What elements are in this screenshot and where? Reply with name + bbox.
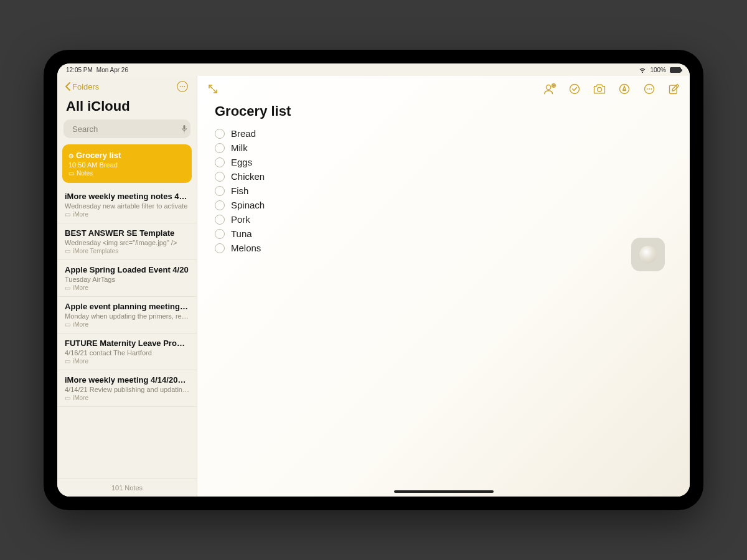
note-item-title: iMore weekly meeting 4/14/2021 not… — [65, 375, 189, 385]
battery-icon — [670, 67, 681, 73]
note-item-folder: ▭iMore — [65, 321, 189, 328]
pin-icon: ⊙ — [68, 152, 73, 159]
back-to-folders-button[interactable]: Folders — [65, 82, 99, 91]
status-time: 12:05 PM — [66, 67, 93, 73]
checkbox-icon[interactable] — [215, 129, 225, 139]
note-title[interactable]: Grocery list — [215, 103, 672, 119]
svg-point-1 — [180, 86, 181, 87]
note-item-folder: ▭iMore — [65, 394, 189, 401]
folder-icon: ▭ — [65, 394, 70, 401]
note-item-folder: ▭iMore Templates — [65, 248, 189, 254]
checklist-item-label: Spinach — [231, 200, 265, 210]
sidebar-more-button[interactable] — [176, 80, 189, 93]
checklist-item[interactable]: Bread — [215, 128, 672, 139]
folder-icon: ▭ — [65, 321, 70, 328]
note-item-folder: ▭iMore — [65, 211, 189, 218]
markup-icon[interactable] — [618, 82, 631, 96]
screen: 12:05 PM Mon Apr 26 100% Folders — [57, 63, 690, 497]
notes-list[interactable]: ⊙Grocery list10:50 AM Bread▭NotesiMore w… — [57, 144, 197, 478]
svg-point-11 — [598, 87, 602, 91]
notes-sidebar: Folders All iCloud ⊙Grocery list10:50 AM… — [57, 76, 197, 497]
notes-count: 101 Notes — [57, 478, 197, 497]
checklist-item[interactable]: Eggs — [215, 157, 672, 167]
note-item-subtitle: 10:50 AM Bread — [68, 161, 186, 169]
folder-icon: ▭ — [65, 211, 70, 218]
status-date: Mon Apr 26 — [96, 67, 128, 73]
ipad-frame: 12:05 PM Mon Apr 26 100% Folders — [44, 50, 703, 510]
note-item-subtitle: Wednesday new airtable filter to activat… — [65, 202, 189, 210]
svg-point-16 — [649, 88, 650, 90]
note-list-item[interactable]: iMore weekly meeting 4/14/2021 not…4/14/… — [57, 370, 197, 407]
svg-rect-6 — [184, 125, 186, 129]
checkbox-icon[interactable] — [215, 243, 225, 253]
checkbox-icon[interactable] — [215, 229, 225, 239]
checkbox-icon[interactable] — [215, 186, 225, 196]
search-input[interactable] — [72, 124, 177, 134]
checkbox-icon[interactable] — [215, 215, 225, 225]
note-body[interactable]: Grocery list BreadMilkEggsChickenFishSpi… — [197, 102, 690, 497]
folder-icon: ▭ — [65, 284, 70, 291]
assistive-touch-button[interactable] — [631, 238, 665, 271]
svg-point-15 — [647, 88, 648, 90]
note-item-folder: ▭iMore — [65, 358, 189, 365]
note-item-subtitle: Tuesday AirTags — [65, 276, 189, 283]
note-item-title: BEST ANSWER SE Template — [65, 228, 189, 238]
note-editor: Grocery list BreadMilkEggsChickenFishSpi… — [197, 76, 690, 497]
back-label: Folders — [72, 82, 99, 91]
note-list-item[interactable]: Apple event planning meeting notesMonday… — [57, 297, 197, 334]
checklist-item-label: Tuna — [231, 228, 252, 239]
note-item-subtitle: Wednesday <img src="/image.jpg" /> — [65, 239, 189, 246]
checkbox-icon[interactable] — [215, 157, 225, 167]
note-item-folder: ▭Notes — [68, 170, 186, 177]
checklist-item-label: Milk — [231, 142, 248, 153]
note-list-item[interactable]: FUTURE Maternity Leave Process a…4/16/21… — [57, 334, 197, 370]
svg-point-10 — [570, 85, 580, 94]
app-content: Folders All iCloud ⊙Grocery list10:50 AM… — [57, 76, 690, 497]
home-indicator[interactable] — [394, 490, 494, 493]
assistive-touch-dot-icon — [639, 246, 657, 263]
dictate-icon[interactable] — [181, 124, 188, 133]
checklist-item[interactable]: Melons — [215, 243, 672, 253]
expand-icon[interactable] — [206, 82, 220, 96]
folder-icon: ▭ — [65, 248, 70, 254]
compose-icon[interactable] — [667, 82, 681, 96]
checklist-item-label: Fish — [231, 185, 248, 196]
svg-point-17 — [651, 88, 652, 90]
collaborate-icon[interactable] — [543, 82, 557, 96]
checklist-item[interactable]: Milk — [215, 142, 672, 153]
note-list-item[interactable]: ⊙Grocery list10:50 AM Bread▭Notes — [62, 144, 192, 183]
note-item-title: FUTURE Maternity Leave Process a… — [65, 338, 189, 348]
folder-icon: ▭ — [68, 170, 74, 177]
note-toolbar — [197, 76, 690, 102]
checklist-item-label: Bread — [231, 128, 256, 139]
checkbox-icon[interactable] — [215, 172, 225, 182]
note-item-folder: ▭iMore — [65, 284, 189, 291]
status-bar: 12:05 PM Mon Apr 26 100% — [57, 63, 690, 76]
checkbox-icon[interactable] — [215, 143, 225, 153]
checklist-item[interactable]: Tuna — [215, 228, 672, 239]
checklist-item-label: Melons — [231, 243, 261, 253]
note-item-title: Apple event planning meeting notes — [65, 302, 189, 311]
checklist-item-label: Chicken — [231, 171, 265, 182]
svg-point-3 — [184, 86, 185, 87]
checklist[interactable]: BreadMilkEggsChickenFishSpinachPorkTunaM… — [215, 128, 672, 253]
checklist-item-label: Pork — [231, 214, 250, 225]
checklist-item[interactable]: Pork — [215, 214, 672, 225]
folder-icon: ▭ — [65, 358, 70, 365]
checklist-item[interactable]: Spinach — [215, 200, 672, 210]
camera-icon[interactable] — [593, 82, 606, 96]
more-icon[interactable] — [642, 82, 656, 96]
note-list-item[interactable]: BEST ANSWER SE TemplateWednesday <img sr… — [57, 223, 197, 260]
checkbox-icon[interactable] — [215, 200, 225, 210]
wifi-icon — [639, 67, 646, 73]
note-item-subtitle: 4/16/21 contact The Hartford — [65, 349, 189, 357]
checklist-item[interactable]: Fish — [215, 185, 672, 196]
note-list-item[interactable]: iMore weekly meeting notes 4/21/20…Wedne… — [57, 187, 197, 223]
search-field[interactable] — [63, 119, 190, 138]
note-item-title: ⊙Grocery list — [68, 151, 186, 160]
note-item-title: iMore weekly meeting notes 4/21/20… — [65, 192, 189, 201]
note-list-item[interactable]: Apple Spring Loaded Event 4/20Tuesday Ai… — [57, 260, 197, 297]
checklist-item[interactable]: Chicken — [215, 171, 672, 182]
checklist-icon[interactable] — [568, 82, 581, 96]
note-item-subtitle: Monday when updating the primers, rem… — [65, 312, 189, 320]
